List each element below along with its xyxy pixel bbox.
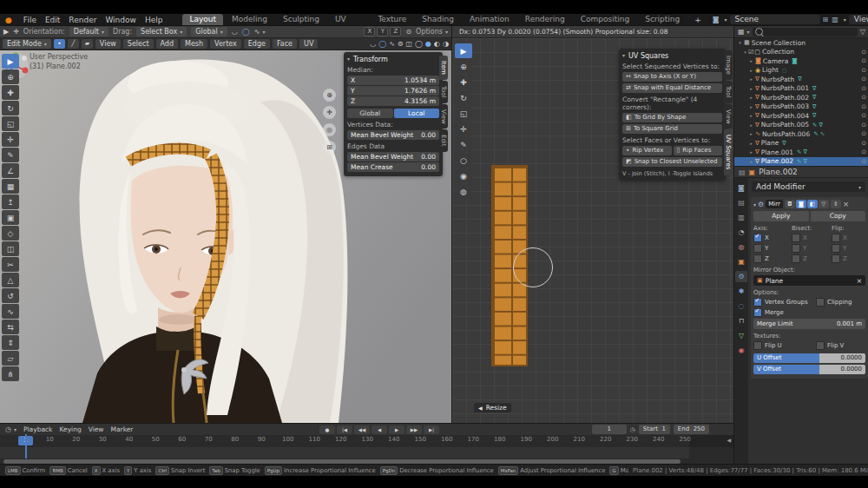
rip-faces-button[interactable]: ▯Rip Faces bbox=[674, 146, 723, 155]
timeline-ruler[interactable]: 1020304050607080901001101201301401501601… bbox=[0, 435, 733, 447]
mirror-axis-toggle[interactable]: X bbox=[364, 27, 375, 36]
tool-button[interactable]: ⋔ bbox=[2, 366, 19, 381]
outliner-row[interactable]: ▸ ∇ NurbsPath.005 ✎ ∇ ⊙ bbox=[734, 121, 868, 130]
close-icon[interactable]: × bbox=[843, 200, 850, 208]
sidebar-tab[interactable]: Edit bbox=[439, 129, 448, 152]
properties-tab[interactable]: ⚙ bbox=[735, 271, 747, 282]
tool-button[interactable]: ∿ bbox=[2, 304, 19, 319]
eye-icon[interactable]: ⊙ bbox=[861, 130, 866, 137]
axis-checkbox[interactable] bbox=[753, 234, 762, 242]
flip-u-checkbox[interactable] bbox=[753, 341, 762, 350]
outliner-row[interactable]: ▸ ∇ NurbsPath ∇ ⊙ bbox=[734, 75, 868, 84]
tool-button[interactable]: ↺ bbox=[2, 288, 19, 303]
outliner-row[interactable]: ▾ ▦ Scene Collection bbox=[734, 38, 868, 48]
viewport-menu-item[interactable]: Edge bbox=[244, 39, 270, 49]
axis-checkbox[interactable] bbox=[753, 244, 762, 253]
blender-logo-icon[interactable]: ● bbox=[5, 16, 12, 24]
workspace-tab[interactable]: Texture Paint bbox=[371, 14, 413, 25]
properties-tab[interactable]: ◙ bbox=[735, 182, 747, 194]
tool-button[interactable]: ◱ bbox=[2, 116, 19, 131]
uv-tool-button[interactable]: ✎ bbox=[455, 137, 472, 152]
outliner-search-input[interactable] bbox=[753, 28, 858, 36]
merge-checkbox[interactable] bbox=[753, 308, 762, 317]
edge-bevel-weight-field[interactable]: Mean Bevel Weight0.00 bbox=[347, 152, 439, 162]
eye-icon[interactable]: ⊙ bbox=[861, 57, 866, 64]
bisect-checkbox[interactable] bbox=[792, 254, 800, 263]
display-toggle-icon[interactable]: ◙ bbox=[796, 200, 806, 208]
u-offset-field[interactable]: U Offset0.0000 bbox=[753, 353, 865, 363]
tool-button[interactable]: ▣ bbox=[2, 210, 19, 225]
transport-button[interactable]: |◀ bbox=[337, 425, 352, 434]
properties-tab[interactable]: ◔ bbox=[735, 227, 747, 238]
eye-icon[interactable]: ⊙ bbox=[861, 112, 866, 119]
disclosure-icon[interactable]: ▸ bbox=[748, 159, 754, 164]
uv-canvas[interactable]: ▶⊕✚↻◱✛✎○◉◍ ▾UV Squares Select Sequenced … bbox=[452, 38, 734, 423]
flip-checkbox[interactable] bbox=[832, 244, 840, 253]
uv-sidebar-tab[interactable]: Image bbox=[724, 50, 733, 80]
uv-sidebar-tab[interactable]: View bbox=[724, 104, 733, 129]
tool-button[interactable]: ▶ bbox=[2, 54, 19, 69]
viewport-header-icon[interactable]: ◡ bbox=[370, 40, 376, 48]
transport-button[interactable]: ▶| bbox=[424, 425, 439, 434]
to-square-grid-button[interactable]: ⊞To Square Grid bbox=[622, 124, 722, 134]
tool-button[interactable]: ◇ bbox=[2, 226, 19, 241]
disclosure-icon[interactable]: ▸ bbox=[748, 149, 754, 155]
outliner-row[interactable]: ▸ ∿ NurbsPath.006 ✎ ∿ ⊙ bbox=[734, 129, 868, 139]
uv-tool-button[interactable]: ▶ bbox=[455, 43, 472, 58]
proportional-edit-icon[interactable]: ◯ bbox=[242, 28, 250, 36]
disclosure-icon[interactable]: ▸ bbox=[748, 58, 754, 63]
properties-tab[interactable]: ⊓ bbox=[735, 315, 747, 326]
disclosure-icon[interactable]: ▸ bbox=[748, 68, 754, 73]
viewport-menu-item[interactable]: UV bbox=[299, 39, 318, 49]
tool-button[interactable]: ✛ bbox=[2, 132, 19, 147]
properties-tab[interactable]: ◍ bbox=[735, 241, 747, 253]
viewport-header-icon[interactable]: ◑ bbox=[443, 40, 449, 48]
axis-checkbox[interactable] bbox=[753, 254, 762, 263]
viewport-nav-button[interactable]: ◎ bbox=[323, 123, 336, 136]
uv-tool-button[interactable]: ⊕ bbox=[455, 59, 472, 74]
eye-icon[interactable]: ⊙ bbox=[861, 94, 866, 101]
median-axis-field[interactable]: Z4.3156 m bbox=[347, 96, 439, 106]
vertex-select-mode-icon[interactable]: ∙ bbox=[54, 39, 65, 49]
viewport-header-icon[interactable]: ◯ bbox=[415, 40, 423, 48]
tool-button[interactable]: ✎ bbox=[2, 148, 19, 162]
properties-tab[interactable]: ▣ bbox=[735, 256, 747, 267]
properties-editor-icon[interactable]: ▤ bbox=[739, 168, 746, 176]
mirror-axis-toggle[interactable]: Y bbox=[377, 27, 388, 36]
tool-button[interactable]: ∠ bbox=[2, 163, 19, 178]
display-toggle-icon[interactable]: ▽ bbox=[819, 200, 829, 208]
viewport-canvas[interactable]: User Perspective (31) Plane.002 ▶⊕✚↻◱✛✎∠… bbox=[0, 50, 451, 423]
disclosure-icon[interactable]: ▸ bbox=[748, 141, 754, 146]
disclosure-icon[interactable]: ▸ bbox=[748, 122, 754, 128]
edge-select-mode-icon[interactable]: ╱ bbox=[68, 39, 79, 49]
outliner-row[interactable]: ▸ ∇ NurbsPath.001 ∇ ⊙ bbox=[734, 84, 868, 94]
eye-icon[interactable]: ⊙ bbox=[861, 85, 866, 92]
outliner-row[interactable]: ▸ ◉ Light ◌ ⊙ bbox=[734, 66, 868, 76]
timeline-editor-icon[interactable]: ◷▾ bbox=[5, 425, 16, 433]
uv-sidebar-tab[interactable]: UV Squares bbox=[724, 129, 733, 175]
v-offset-field[interactable]: V Offset0.0000 bbox=[753, 365, 865, 374]
viewport-header-icon[interactable]: ⊚ bbox=[398, 40, 404, 48]
menu-item[interactable]: Help bbox=[141, 16, 168, 24]
viewport-menu-item[interactable]: Face bbox=[273, 39, 297, 49]
merge-limit-field[interactable]: Merge Limit0.001 m bbox=[753, 319, 865, 329]
mode-dropdown[interactable]: Edit Mode▾ bbox=[3, 39, 51, 49]
falloff-dropdown-icon[interactable]: ∿▾ bbox=[254, 28, 266, 36]
mean-crease-field[interactable]: Mean Crease0.00 bbox=[347, 162, 439, 172]
snap-magnet-icon[interactable]: ◡ bbox=[232, 28, 238, 36]
outliner-row[interactable]: ▸ ∇ NurbsPath.003 ∇ ⊙ bbox=[734, 102, 868, 112]
modifier-name-field[interactable]: Mirr bbox=[766, 200, 783, 208]
snap-equal-distance-button[interactable]: ⇄Snap with Equal Distance bbox=[622, 83, 722, 93]
disclosure-icon[interactable]: ▸ bbox=[748, 104, 754, 109]
tool-button[interactable]: ▦ bbox=[2, 179, 19, 194]
clipping-checkbox[interactable] bbox=[816, 298, 825, 307]
outliner-row[interactable]: ▸ ∇ Plane ∇ ⊙ bbox=[734, 139, 868, 148]
bisect-checkbox[interactable] bbox=[792, 244, 800, 253]
current-frame-field[interactable]: 1 bbox=[592, 425, 627, 434]
uv-sidebar-tab[interactable]: Tool bbox=[724, 81, 733, 103]
outliner-row[interactable]: ▾ ☑ ▢ Collection ⊙ bbox=[734, 48, 868, 57]
view-layer-selector[interactable]: ▥▾ View Layer ⊞ bbox=[832, 15, 868, 24]
orientation-dropdown[interactable]: Default▾ bbox=[69, 27, 108, 36]
collection-checkbox[interactable]: ☑ bbox=[748, 49, 753, 56]
apply-button[interactable]: Apply bbox=[753, 211, 809, 221]
